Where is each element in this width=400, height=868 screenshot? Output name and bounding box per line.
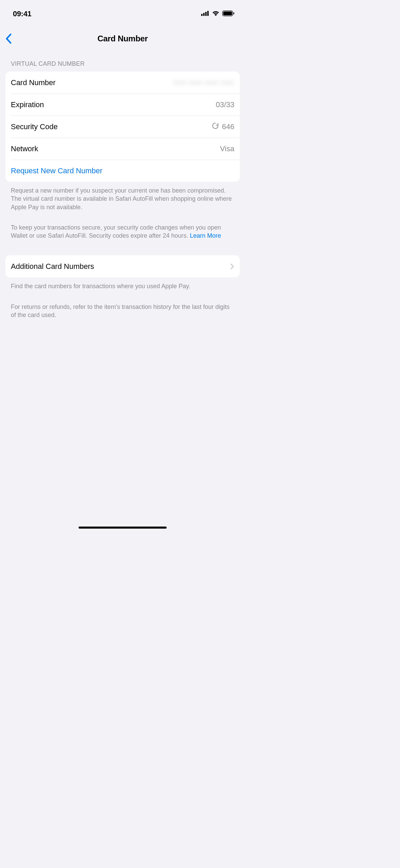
row-label: Additional Card Numbers [11, 262, 94, 271]
svg-rect-1 [203, 13, 205, 16]
security-code-value: 646 [212, 122, 234, 132]
row-action-label: Request New Card Number [11, 166, 102, 175]
status-bar: 09:41 [0, 5, 245, 23]
svg-rect-2 [205, 12, 207, 16]
expiration-row[interactable]: Expiration 03/33 [5, 94, 240, 116]
status-icons [201, 11, 234, 18]
wifi-icon [212, 11, 219, 17]
page-title: Card Number [0, 34, 245, 43]
card-number-value: •••• •••• •••• •••• [173, 78, 234, 87]
svg-rect-0 [201, 14, 203, 16]
network-row[interactable]: Network Visa [5, 138, 240, 160]
nav-bar: Card Number [0, 29, 245, 48]
chevron-right-icon [230, 263, 234, 270]
chevron-left-icon [5, 33, 12, 44]
learn-more-link[interactable]: Learn More [190, 232, 221, 239]
network-value: Visa [220, 144, 234, 153]
row-label: Security Code [11, 122, 58, 131]
row-label: Network [11, 144, 38, 153]
additional-card-group: Additional Card Numbers [5, 255, 240, 277]
home-indicator[interactable] [79, 527, 167, 529]
card-number-row[interactable]: Card Number •••• •••• •••• •••• [5, 72, 240, 94]
request-new-card-button[interactable]: Request New Card Number [5, 160, 240, 182]
row-label: Expiration [11, 100, 44, 109]
back-button[interactable] [5, 33, 12, 44]
status-time: 09:41 [13, 9, 31, 18]
footer-text-additional1: Find the card numbers for transactions w… [5, 277, 240, 290]
footer-text-additional2: For returns or refunds, refer to the ite… [5, 298, 240, 319]
virtual-card-group: Card Number •••• •••• •••• •••• Expirati… [5, 72, 240, 182]
footer-text-security: To keep your transactions secure, your s… [5, 219, 240, 240]
svg-rect-3 [207, 11, 209, 16]
svg-rect-6 [233, 12, 234, 14]
footer-text-request: Request a new number if you suspect your… [5, 182, 240, 211]
additional-card-numbers-row[interactable]: Additional Card Numbers [5, 255, 240, 277]
security-code-row[interactable]: Security Code 646 [5, 116, 240, 138]
battery-icon [222, 11, 234, 18]
row-label: Card Number [11, 78, 56, 87]
section-header-virtual: VIRTUAL CARD NUMBER [5, 60, 240, 70]
cellular-icon [201, 11, 209, 17]
expiration-value: 03/33 [216, 100, 234, 109]
svg-rect-5 [223, 12, 232, 15]
refresh-icon [212, 122, 219, 132]
